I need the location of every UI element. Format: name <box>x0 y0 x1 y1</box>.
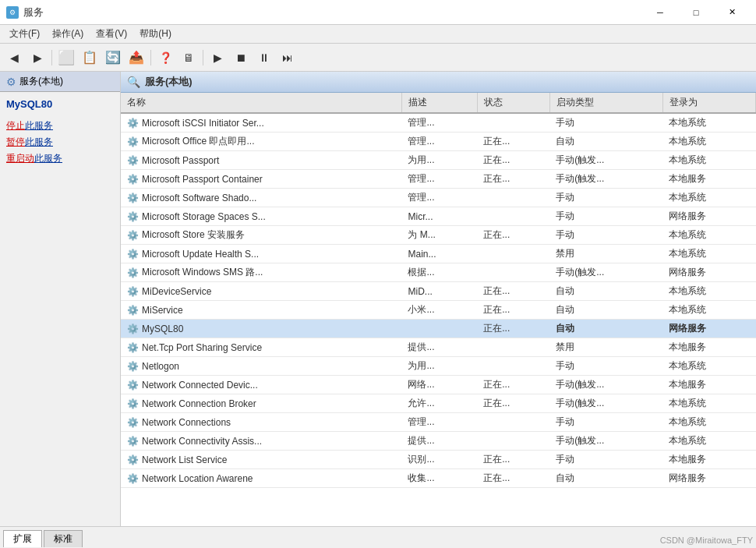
cell-status: 正在... <box>477 469 549 488</box>
table-row[interactable]: ⚙️MiDeviceServiceMiD...正在...自动本地系统 <box>121 282 756 301</box>
col-login[interactable]: 登录为 <box>662 93 755 113</box>
cell-desc: 识别... <box>401 451 477 469</box>
stop-service-link[interactable]: 停止此服务 <box>6 119 114 133</box>
cell-login: 本地服务 <box>662 170 755 189</box>
table-row[interactable]: ⚙️Microsoft Windows SMS 路...根据...手动(触发..… <box>121 263 756 282</box>
cell-starttype: 自动 <box>549 469 662 488</box>
cell-name: ⚙️Microsoft Office 即点即用... <box>121 133 401 151</box>
table-row[interactable]: ⚙️MiService小米...正在...自动本地系统 <box>121 301 756 320</box>
cell-starttype: 手动 <box>549 207 662 226</box>
table-row[interactable]: ⚙️Netlogon为用...手动本地系统 <box>121 357 756 376</box>
table-row[interactable]: ⚙️Microsoft Software Shado...管理...手动本地系统 <box>121 189 756 207</box>
table-row[interactable]: ⚙️MySQL80正在...自动网络服务 <box>121 320 756 338</box>
restart-button[interactable]: ⏭ <box>277 47 299 69</box>
col-desc[interactable]: 描述 <box>401 93 477 113</box>
help-button[interactable]: ❓ <box>154 47 176 69</box>
table-row[interactable]: ⚙️Microsoft Office 即点即用...管理...正在...自动本地… <box>121 133 756 151</box>
cell-status <box>477 207 549 226</box>
service-icon: ⚙️ <box>127 249 139 260</box>
cell-status: 正在... <box>477 226 549 245</box>
col-name[interactable]: 名称 <box>121 93 401 113</box>
cell-login: 本地系统 <box>662 357 755 376</box>
title-bar: ⚙ 服务 ─ □ ✕ <box>0 0 756 25</box>
cell-name: ⚙️Microsoft Passport <box>121 151 401 170</box>
pause-service-link[interactable]: 暂停此服务 <box>6 136 114 149</box>
cell-login: 本地系统 <box>662 245 755 263</box>
table-row[interactable]: ⚙️Network List Service识别...正在...手动本地服务 <box>121 451 756 469</box>
menu-file[interactable]: 文件(F) <box>3 26 46 42</box>
cell-desc: Micr... <box>401 207 477 226</box>
cell-status: 正在... <box>477 394 549 413</box>
cell-desc: 为用... <box>401 151 477 170</box>
service-icon: ⚙️ <box>127 230 139 241</box>
table-row[interactable]: ⚙️Microsoft Store 安装服务为 M...正在...手动本地系统 <box>121 226 756 245</box>
copy-button[interactable]: 📋 <box>79 47 101 69</box>
cell-name: ⚙️Network Connectivity Assis... <box>121 432 401 451</box>
service-icon: ⚙️ <box>127 193 139 203</box>
pause-suffix-text: 此服务 <box>25 136 53 147</box>
menu-view[interactable]: 查看(V) <box>90 26 133 42</box>
service-icon: ⚙️ <box>127 305 139 316</box>
table-row[interactable]: ⚙️Network Connected Devic...网络...正在...手动… <box>121 376 756 394</box>
restart-suffix-text: 此服务 <box>34 153 62 164</box>
forward-button[interactable]: ▶ <box>26 47 48 69</box>
table-row[interactable]: ⚙️Microsoft Update Health S...Main...禁用本… <box>121 245 756 263</box>
services-table[interactable]: 名称 描述 状态 启动类型 登录为 ⚙️Microsoft iSCSI Init… <box>121 93 756 526</box>
service-icon: ⚙️ <box>127 398 139 409</box>
table-row[interactable]: ⚙️Network Connection Broker允许...正在...手动(… <box>121 394 756 413</box>
back-button[interactable]: ◀ <box>3 47 25 69</box>
content-header-text: 服务(本地) <box>145 75 193 89</box>
maximize-button[interactable]: □ <box>678 0 714 25</box>
minimize-button[interactable]: ─ <box>642 0 678 25</box>
play-button[interactable]: ▶ <box>207 47 228 69</box>
col-starttype[interactable]: 启动类型 <box>549 93 662 113</box>
cell-starttype: 手动 <box>549 357 662 376</box>
toolbar-separator-2 <box>150 50 151 65</box>
show-hide-button[interactable]: ⬜ <box>55 47 77 69</box>
service-icon: ⚙️ <box>127 473 139 484</box>
table-row[interactable]: ⚙️Microsoft Passport为用...正在...手动(触发...本地… <box>121 151 756 170</box>
service-icon: ⚙️ <box>127 323 139 334</box>
cell-status: 正在... <box>477 151 549 170</box>
table-row[interactable]: ⚙️Net.Tcp Port Sharing Service提供...禁用本地服… <box>121 338 756 357</box>
properties-button[interactable]: 🖥 <box>178 47 200 69</box>
cell-desc: 管理... <box>401 189 477 207</box>
restart-service-link[interactable]: 重启动此服务 <box>6 152 114 165</box>
table-row[interactable]: ⚙️Microsoft iSCSI Initiator Ser...管理...手… <box>121 113 756 133</box>
cell-login: 网络服务 <box>662 469 755 488</box>
table-row[interactable]: ⚙️Microsoft Storage Spaces S...Micr...手动… <box>121 207 756 226</box>
cell-name: ⚙️Netlogon <box>121 357 401 376</box>
stop-button[interactable]: ⏹ <box>230 47 252 69</box>
service-icon: ⚙️ <box>127 380 139 391</box>
table-row[interactable]: ⚙️Network Connections管理...手动本地系统 <box>121 413 756 432</box>
selected-service-title: MySQL80 <box>6 98 114 110</box>
cell-starttype: 手动 <box>549 113 662 133</box>
tab-standard[interactable]: 标准 <box>44 530 83 547</box>
cell-login: 本地系统 <box>662 432 755 451</box>
cell-login: 本地服务 <box>662 338 755 357</box>
export-button[interactable]: 📤 <box>125 47 147 69</box>
table-header-row: 名称 描述 状态 启动类型 登录为 <box>121 93 756 113</box>
menu-help[interactable]: 帮助(H) <box>133 26 178 42</box>
table-row[interactable]: ⚙️Microsoft Passport Container管理...正在...… <box>121 170 756 189</box>
col-status[interactable]: 状态 <box>477 93 549 113</box>
refresh-button[interactable]: 🔄 <box>102 47 124 69</box>
pause-button[interactable]: ⏸ <box>253 47 275 69</box>
cell-name: ⚙️Microsoft Passport Container <box>121 170 401 189</box>
status-bar: 扩展 标准 <box>0 526 756 548</box>
tab-expand[interactable]: 扩展 <box>3 530 42 547</box>
cell-desc: MiD... <box>401 282 477 301</box>
cell-name: ⚙️Network Connection Broker <box>121 394 401 413</box>
sidebar-content: MySQL80 停止此服务 暂停此服务 重启动此服务 <box>0 92 120 175</box>
cell-name: ⚙️Microsoft Software Shado... <box>121 189 401 207</box>
title-bar-title: 服务 <box>23 5 44 19</box>
close-button[interactable]: ✕ <box>714 0 750 25</box>
cell-starttype: 禁用 <box>549 338 662 357</box>
service-icon: ⚙️ <box>127 454 139 465</box>
table-row[interactable]: ⚙️Network Connectivity Assis...提供...手动(触… <box>121 432 756 451</box>
menu-action[interactable]: 操作(A) <box>46 26 90 42</box>
cell-name: ⚙️Network Location Awarene <box>121 469 401 488</box>
table-row[interactable]: ⚙️Network Location Awarene收集...正在...自动网络… <box>121 469 756 488</box>
cell-starttype: 手动(触发... <box>549 394 662 413</box>
cell-desc: Main... <box>401 245 477 263</box>
